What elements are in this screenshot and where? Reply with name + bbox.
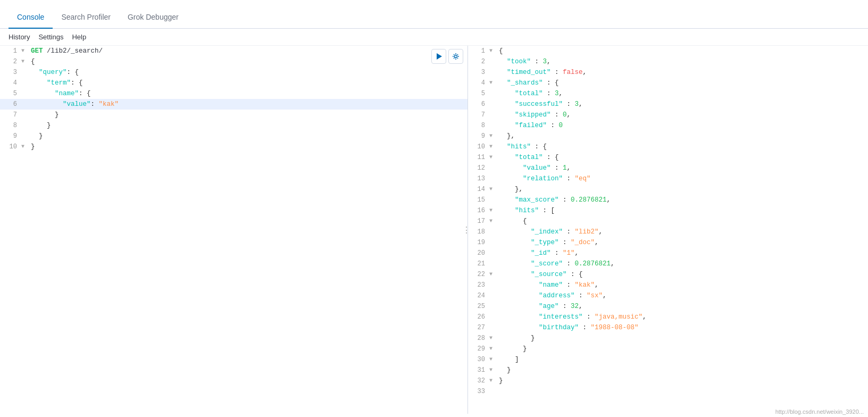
table-row: 3 "query": { [0,67,468,78]
table-row: 33 [468,386,868,397]
table-row: 21 "_score" : 0.2876821, [468,258,868,269]
table-row: 2▼{ [0,56,468,67]
secondary-toolbar: History Settings Help [0,29,868,46]
table-row: 5 "total" : 3, [468,88,868,99]
table-row: 12 "value" : 1, [468,163,868,173]
drag-handle[interactable]: ⋮ [462,225,471,235]
table-row: 4▼ "_shards" : { [468,78,868,88]
tab-grok-debugger[interactable]: Grok Debugger [119,13,187,29]
table-row: 1▼{ [468,46,868,56]
watermark: http://blog.csdn.net/weixin_3920... [775,408,864,414]
table-row: 10▼ "hits" : { [468,141,868,152]
table-row: 28▼ } [468,333,868,344]
table-row: 29▼ } [468,344,868,354]
help-link[interactable]: Help [72,33,86,41]
editor-toolbar [431,49,463,64]
history-link[interactable]: History [9,33,30,41]
table-row: 15 "max_score" : 0.2876821, [468,195,868,205]
table-row: 17▼ { [468,216,868,227]
table-row: 16▼ "hits" : [ [468,205,868,216]
table-row: 24 "address" : "sx", [468,290,868,301]
svg-marker-0 [437,53,442,60]
table-row: 32▼} [468,376,868,386]
settings-link[interactable]: Settings [38,33,63,41]
left-pane: 1▼GET /lib2/_search/2▼{3 "query": {4 "te… [0,46,468,414]
table-row: 27 "birthday" : "1988-08-08" [468,322,868,333]
tab-search-profiler[interactable]: Search Profiler [53,13,119,29]
table-row: 31▼ } [468,365,868,376]
table-row: 13 "relation" : "eq" [468,173,868,184]
table-row: 11▼ "total" : { [468,152,868,163]
table-row: 8 } [0,120,468,131]
table-row: 6 "value": "kak" [0,99,468,110]
right-editor: 1▼{2 "took" : 3,3 "timed_out" : false,4▼… [468,46,868,397]
right-pane: 1▼{2 "took" : 3,3 "timed_out" : false,4▼… [468,46,868,414]
table-row: 18 "_index" : "lib2", [468,227,868,237]
table-row: 30▼ ] [468,354,868,365]
table-row: 22▼ "_source" : { [468,269,868,280]
table-row: 6 "successful" : 3, [468,99,868,110]
table-row: 10▼} [0,141,468,152]
table-row: 23 "name" : "kak", [468,280,868,290]
table-row: 7 "skipped" : 0, [468,110,868,120]
table-row: 14▼ }, [468,184,868,195]
wrench-button[interactable] [448,49,463,64]
table-row: 3 "timed_out" : false, [468,67,868,78]
table-row: 4 "term": { [0,78,468,88]
table-row: 8 "failed" : 0 [468,120,868,131]
table-row: 1▼GET /lib2/_search/ [0,46,468,56]
left-editor[interactable]: 1▼GET /lib2/_search/2▼{3 "query": {4 "te… [0,46,468,414]
table-row: 5 "name": { [0,88,468,99]
table-row: 20 "_id" : "1", [468,248,868,258]
tab-console[interactable]: Console [9,13,53,29]
table-row: 26 "interests" : "java,music", [468,312,868,322]
table-row: 2 "took" : 3, [468,56,868,67]
svg-point-1 [455,55,457,58]
table-row: 19 "_type" : "_doc", [468,237,868,248]
table-row: 9▼ }, [468,131,868,141]
editor-container: 1▼GET /lib2/_search/2▼{3 "query": {4 "te… [0,46,868,414]
table-row: 7 } [0,110,468,120]
run-button[interactable] [431,49,446,64]
table-row: 9 } [0,131,468,141]
table-row: 25 "age" : 32, [468,301,868,312]
top-nav: Console Search Profiler Grok Debugger [0,0,868,29]
